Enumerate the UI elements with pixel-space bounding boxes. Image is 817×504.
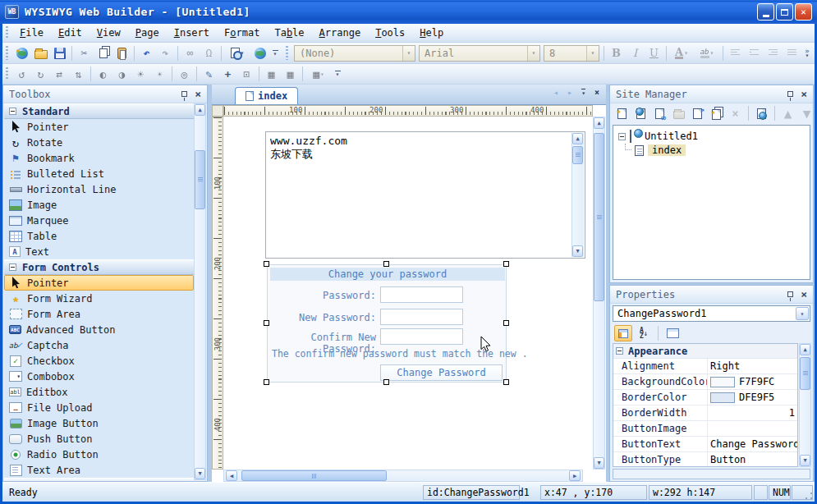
menu-arrange[interactable]: Arrange [312, 25, 369, 40]
password-input[interactable] [380, 286, 463, 303]
font-combobox[interactable]: Arial▾ [419, 45, 540, 62]
toolbox-item-image-button[interactable]: Image Button [4, 415, 194, 431]
categorized-view-button[interactable] [614, 325, 632, 341]
toolbox-item-image[interactable]: Image [4, 197, 194, 213]
preview-button[interactable]: ▾ [224, 44, 250, 62]
image-edit-button[interactable]: ▦ [281, 65, 300, 83]
scroll-up-icon[interactable]: ▲ [195, 104, 205, 116]
collapse-icon[interactable] [9, 108, 16, 115]
pin-icon[interactable] [787, 91, 793, 97]
pin-icon[interactable] [787, 291, 793, 297]
paste-button[interactable] [112, 44, 131, 62]
scroll-down-icon[interactable]: ▼ [572, 245, 583, 257]
property-row-buttontype[interactable]: ButtonTypeButton [613, 452, 797, 467]
minimize-button[interactable] [757, 3, 774, 21]
collapse-icon[interactable] [618, 133, 626, 140]
canvas-horizontal-scrollbar[interactable]: ◀ ▶ [223, 470, 583, 482]
font-color-button[interactable]: A▾ [669, 44, 694, 62]
properties-scrollbar[interactable]: ▲ ▼ [799, 343, 811, 467]
property-row-buttonimage[interactable]: ButtonImage [613, 421, 797, 437]
page-viewport[interactable]: www.uzzf.com 东坡下载 ▲ ▼ Change your passwo… [223, 117, 593, 470]
menu-view[interactable]: View [90, 25, 128, 40]
alphabetical-view-button[interactable]: AZ↓ [635, 325, 653, 341]
align-center-button[interactable] [745, 44, 764, 62]
contrast-down-button[interactable]: ◑ [112, 65, 131, 83]
image-insert-button[interactable]: ▦▾ [305, 65, 332, 83]
tab-scroll-left-icon[interactable]: ◂ [553, 88, 558, 97]
collapse-icon[interactable] [9, 263, 16, 271]
delete-page-button[interactable]: × [727, 105, 744, 121]
menu-edit[interactable]: Edit [51, 25, 90, 40]
scrollbar-thumb[interactable] [572, 146, 583, 164]
property-row-alignment[interactable]: AlignmentRight [613, 359, 797, 374]
property-row-borderwidth[interactable]: BorderWidth1 [613, 405, 797, 421]
toolbox-scrollbar[interactable]: ▲ ▼ [194, 103, 206, 480]
toolbox-item-marquee[interactable]: Marquee [4, 213, 194, 228]
tree-node-index[interactable]: index [635, 144, 686, 156]
toolbar-grip[interactable] [6, 67, 8, 81]
new-site-button[interactable] [12, 44, 31, 62]
toolbar-grip[interactable] [6, 46, 8, 61]
flip-horizontal-button[interactable]: ⇄ [50, 65, 69, 83]
selection-handle-e[interactable] [503, 320, 509, 326]
toolbox-item-form-wizard[interactable]: ★Form Wizard [4, 291, 194, 306]
flip-vertical-button[interactable]: ⇅ [69, 65, 88, 83]
scrollbar-thumb[interactable] [594, 133, 604, 301]
tab-close-icon[interactable]: × [594, 88, 599, 97]
tab-index[interactable]: index [235, 87, 298, 104]
close-icon[interactable]: × [801, 90, 807, 99]
bold-button[interactable]: B [607, 44, 626, 62]
toolbox-section-form-controls[interactable]: Form Controls [4, 259, 194, 275]
new-folder-button[interactable] [670, 105, 687, 121]
selection-handle-w[interactable] [264, 320, 269, 326]
toolbox-item-text[interactable]: AText [4, 244, 194, 259]
scrollbar-thumb[interactable] [241, 470, 387, 481]
move-up-button[interactable]: ▲ [779, 105, 796, 121]
toolbox-item-checkbox[interactable]: Checkbox [4, 353, 194, 369]
toolbox-item-text-area[interactable]: Text Area [4, 462, 194, 478]
selection-handle-ne[interactable] [503, 261, 509, 267]
highlight-button[interactable]: ab▾ [694, 44, 720, 62]
undo-button[interactable]: ↶ [137, 44, 156, 62]
scrollbar-thumb[interactable] [800, 357, 810, 390]
menu-tools[interactable]: Tools [368, 25, 412, 40]
toolbox-item-rotate[interactable]: ↻Rotate [4, 135, 194, 150]
toolbox-item-pointer[interactable]: Pointer [4, 119, 194, 135]
crop-button[interactable]: ⊡ [237, 65, 256, 83]
close-icon[interactable]: × [195, 90, 201, 99]
toolbox-item-bulleted-list[interactable]: Bulleted List [4, 166, 194, 181]
toolbox-item-advanced-button[interactable]: ABCAdvanced Button [4, 322, 194, 337]
publish-button[interactable] [250, 44, 269, 62]
page-properties-button[interactable] [753, 105, 770, 121]
canvas-textbox-object[interactable]: www.uzzf.com 东坡下载 ▲ ▼ [265, 131, 585, 259]
menu-page[interactable]: Page [128, 25, 167, 40]
scroll-left-icon[interactable]: ◀ [226, 470, 237, 481]
color-adjust-button[interactable]: ◎ [175, 65, 194, 83]
toolbar-overflow-button[interactable]: »▾ [801, 44, 813, 62]
tab-list-icon[interactable]: ▾ [581, 89, 585, 97]
canvas-vertical-scrollbar[interactable]: ▲ ▼ [593, 117, 605, 470]
scroll-up-icon[interactable]: ▲ [572, 133, 583, 144]
menu-help[interactable]: Help [412, 25, 451, 40]
menu-file[interactable]: File [12, 25, 51, 40]
underline-button[interactable]: U [645, 44, 663, 62]
toolbar-grip[interactable] [286, 46, 288, 61]
selection-handle-se[interactable] [503, 379, 509, 385]
selection-handle-nw[interactable] [264, 261, 269, 267]
rotate-left-button[interactable]: ↺ [12, 65, 31, 83]
italic-button[interactable]: I [626, 44, 645, 62]
new-password-input[interactable] [380, 309, 463, 325]
selection-handle-sw[interactable] [264, 379, 269, 385]
property-row-backgroundcolor[interactable]: BackgroundColorF7F9FC [613, 374, 797, 390]
import-page-button[interactable] [689, 105, 706, 121]
menu-format[interactable]: Format [217, 25, 267, 40]
new-page-button[interactable] [613, 105, 631, 121]
toolbox-item-horizontal-line[interactable]: Horizontal Line [4, 181, 194, 197]
scroll-right-icon[interactable]: ▶ [569, 470, 581, 481]
close-icon[interactable]: × [801, 291, 807, 299]
property-row-buttontext[interactable]: ButtonTextChange Password [613, 437, 797, 452]
align-right-button[interactable] [764, 44, 783, 62]
scroll-up-icon[interactable]: ▲ [594, 117, 604, 129]
move-down-button[interactable]: ▼ [798, 105, 815, 121]
close-button[interactable]: ✕ [795, 3, 812, 21]
